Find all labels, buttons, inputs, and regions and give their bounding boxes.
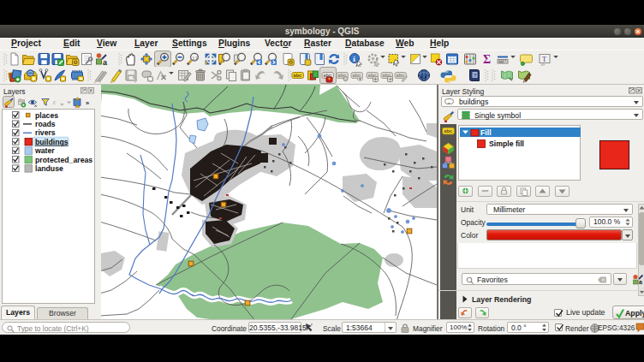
svg-text:abc: abc <box>397 73 404 78</box>
svg-text:buildings: buildings <box>35 138 69 146</box>
svg-text:a: a <box>103 58 108 67</box>
svg-text:protected_areas: protected_areas <box>35 156 92 164</box>
svg-text:1:1: 1:1 <box>192 56 198 61</box>
svg-text:ε: ε <box>53 98 56 106</box>
svg-text:T: T <box>542 55 547 63</box>
svg-text:water: water <box>34 146 55 155</box>
svg-text:?: ? <box>474 73 477 78</box>
svg-text:places: places <box>35 111 58 120</box>
svg-text:abc: abc <box>294 73 301 78</box>
svg-text:MM: MM <box>498 61 504 64</box>
svg-text:»: » <box>86 99 89 107</box>
svg-text:landuse: landuse <box>35 164 63 173</box>
svg-text:rivers: rivers <box>35 128 56 137</box>
svg-text:abc: abc <box>353 73 361 78</box>
svg-text:Σ: Σ <box>483 53 491 66</box>
svg-text:abc: abc <box>444 128 452 134</box>
svg-text:roads: roads <box>35 120 56 128</box>
svg-text:a: a <box>639 279 642 285</box>
